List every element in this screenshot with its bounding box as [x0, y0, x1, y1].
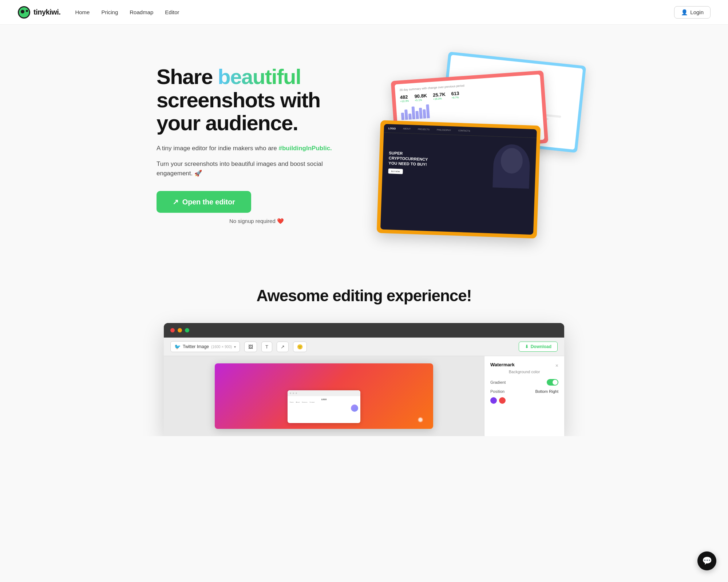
- login-button[interactable]: 👤 Login: [674, 6, 711, 19]
- editor-canvas[interactable]: LOGO HomeAboutServicesContact: [164, 356, 484, 436]
- window-dot-maximize[interactable]: [185, 328, 189, 332]
- emoji-icon: 🙂: [297, 344, 303, 350]
- crypto-silhouette: [492, 144, 530, 188]
- position-value: Bottom Right: [535, 389, 558, 394]
- card-crypto: LOGO ABOUTPROJECTSPHILOSOPHYCONTACTS SUP…: [377, 120, 541, 238]
- format-selector[interactable]: 🐦 Twitter Image (1600 × 900) ▾: [170, 341, 240, 352]
- mockup-toolbar: 🐦 Twitter Image (1600 × 900) ▾ 🖼 T ↗ 🙂 ⬇…: [164, 338, 564, 356]
- window-dot-minimize[interactable]: [178, 328, 182, 332]
- panel-position-row: Position Bottom Right: [490, 389, 558, 394]
- panel-gradient-row: Gradient: [490, 379, 558, 386]
- svg-point-3: [26, 10, 28, 12]
- color-swatch-2[interactable]: [499, 397, 506, 404]
- download-icon: ⬇: [525, 344, 529, 349]
- editor-panel: Watermark × Background color Gradient Po…: [484, 356, 564, 436]
- stat-4-change: +9.7%: [451, 96, 459, 99]
- nav-item-home[interactable]: Home: [75, 9, 90, 15]
- nav-links: Home Pricing Roadmap Editor: [75, 9, 674, 16]
- cursor-indicator: [419, 418, 422, 422]
- image-icon: 🖼: [248, 344, 253, 350]
- canvas-content: LOGO HomeAboutServicesContact: [215, 363, 433, 429]
- stat-2-num: 90.8K: [414, 93, 427, 99]
- hero-section: Share beautiful screenshots with your au…: [127, 25, 601, 258]
- gradient-toggle[interactable]: [547, 379, 558, 386]
- hero-subtext-2: Turn your screenshots into beautiful ima…: [157, 159, 357, 178]
- text-icon: T: [265, 344, 268, 350]
- open-editor-button[interactable]: ↗ Open the editor: [157, 191, 251, 213]
- nav-item-roadmap[interactable]: Roadmap: [130, 9, 153, 15]
- hero-heading: Share beautiful screenshots with your au…: [157, 65, 357, 135]
- logo-text: tinykiwi.: [33, 8, 60, 16]
- hero-subtext-1: A tiny image editor for indie makers who…: [157, 145, 357, 152]
- user-icon: 👤: [681, 9, 688, 16]
- panel-title: Watermark: [490, 362, 515, 367]
- panel-close-button[interactable]: ×: [555, 363, 558, 368]
- crypto-heading: SUPER CRYPTOCURRENCY YOU NEED TO BUY!: [388, 150, 436, 167]
- shapes-icon: ↗: [281, 344, 285, 350]
- shapes-tool-button[interactable]: ↗: [277, 342, 289, 352]
- hero-hashtag: #buildingInPublic.: [278, 145, 332, 152]
- color-picker-row: [490, 397, 558, 404]
- color-swatch-1[interactable]: [490, 397, 497, 404]
- hero-highlight: beautiful: [218, 65, 301, 88]
- format-label: Twitter Image: [183, 344, 209, 349]
- chevron-down-icon: ▾: [234, 345, 236, 349]
- position-label: Position: [490, 389, 505, 394]
- svg-point-2: [21, 10, 24, 13]
- editor-mockup: 🐦 Twitter Image (1600 × 900) ▾ 🖼 T ↗ 🙂 ⬇…: [164, 323, 564, 436]
- text-tool-button[interactable]: T: [261, 342, 272, 352]
- hero-left: Share beautiful screenshots with your au…: [157, 65, 357, 224]
- stat-1-num: 482: [400, 94, 409, 100]
- stat-2-change: +5.1%: [415, 98, 427, 101]
- crypto-hero: SUPER CRYPTOCURRENCY YOU NEED TO BUY! BU…: [382, 133, 537, 196]
- stat-1-change: +10.3%: [400, 100, 409, 103]
- stat-4-num: 613: [451, 91, 459, 96]
- mockup-titlebar: [164, 323, 564, 338]
- download-button[interactable]: ⬇ Download: [519, 342, 558, 352]
- navbar: tinykiwi. Home Pricing Roadmap Editor 👤 …: [0, 0, 728, 25]
- image-tool-button[interactable]: 🖼: [244, 342, 257, 352]
- format-size: (1600 × 900): [211, 345, 232, 349]
- kiwi-logo-icon: [17, 6, 31, 19]
- external-link-icon: ↗: [173, 198, 179, 206]
- emoji-tool-button[interactable]: 🙂: [293, 342, 307, 352]
- logo[interactable]: tinykiwi.: [17, 6, 60, 19]
- cta-wrap: ↗ Open the editor No signup required ❤️: [157, 191, 357, 224]
- stat-3-num: 25.7K: [433, 92, 446, 98]
- nav-item-editor[interactable]: Editor: [165, 9, 179, 15]
- section-editor-title: Awesome editing experience!: [15, 287, 713, 305]
- canvas-browser-preview: LOGO HomeAboutServicesContact: [288, 390, 360, 423]
- stat-3-change: +18.3%: [433, 97, 446, 100]
- panel-subtitle: Background color: [490, 370, 558, 374]
- hero-illustration: HOMEPRODUCTSTOREABOUT US 28 day summary …: [371, 54, 571, 236]
- section-editor: Awesome editing experience! 🐦 Twitter Im…: [0, 258, 728, 436]
- twitter-icon: 🐦: [174, 344, 181, 350]
- crypto-head: [500, 148, 523, 174]
- gradient-label: Gradient: [490, 380, 506, 384]
- no-signup-text: No signup required ❤️: [157, 218, 357, 224]
- screenshot-stack: HOMEPRODUCTSTOREABOUT US 28 day summary …: [371, 54, 571, 236]
- window-dot-close[interactable]: [170, 328, 175, 332]
- nav-item-pricing[interactable]: Pricing: [101, 9, 118, 15]
- crypto-cta: BUY NOW: [388, 169, 403, 174]
- mockup-body: LOGO HomeAboutServicesContact Watermark …: [164, 356, 564, 436]
